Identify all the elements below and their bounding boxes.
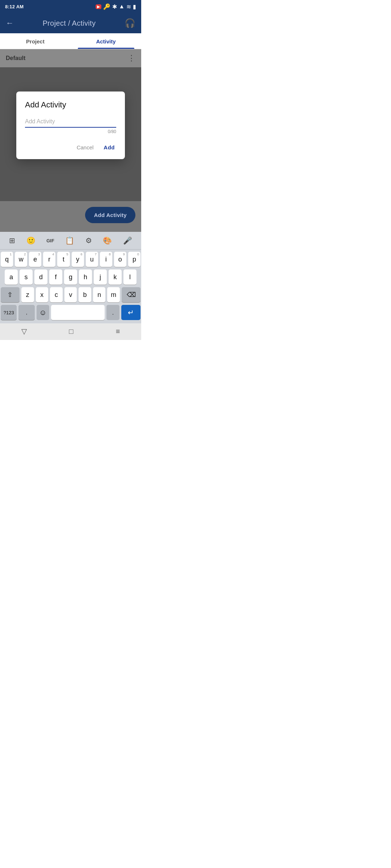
wifi-icon: ≋	[126, 3, 131, 10]
back-button[interactable]: ←	[6, 18, 14, 28]
tab-activity[interactable]: Activity	[71, 33, 141, 49]
status-bar: 8:12 AM ▶ 🔑 ✱ ▲ ≋ ▮	[0, 0, 141, 13]
comma-key[interactable]: ,	[18, 305, 34, 320]
key-r[interactable]: 4r	[43, 252, 55, 267]
app-bar: ← Project / Activity 🎧	[0, 13, 141, 33]
key-q[interactable]: 1q	[1, 252, 13, 267]
key-u[interactable]: 7u	[86, 252, 98, 267]
key-k[interactable]: k	[109, 269, 122, 285]
nav-menu-button[interactable]: ≡	[116, 327, 120, 336]
delete-key[interactable]: ⌫	[122, 287, 140, 302]
key-v[interactable]: v	[64, 287, 77, 302]
key-i[interactable]: 8i	[100, 252, 112, 267]
key-b[interactable]: b	[79, 287, 91, 302]
headset-icon[interactable]: 🎧	[125, 18, 135, 28]
key-e[interactable]: 3e	[29, 252, 41, 267]
key-x[interactable]: x	[36, 287, 49, 302]
content-area: Default ⋮ Add Activity 0/80 Cancel Add	[0, 49, 141, 201]
tab-project[interactable]: Project	[0, 33, 71, 49]
bluetooth-icon: ✱	[112, 3, 117, 10]
nav-home-button[interactable]: □	[69, 327, 73, 336]
add-button[interactable]: Add	[102, 141, 116, 153]
key-w[interactable]: 2w	[15, 252, 27, 267]
space-key[interactable]	[51, 305, 105, 320]
dialog-title: Add Activity	[25, 100, 116, 110]
enter-key[interactable]: ↵	[121, 305, 140, 320]
keyboard-mic-button[interactable]: 🎤	[120, 235, 135, 246]
status-icons: ▶ 🔑 ✱ ▲ ≋ ▮	[96, 3, 136, 10]
shift-key[interactable]: ⇧	[1, 287, 20, 302]
dot-key[interactable]: .	[106, 305, 119, 320]
key-j[interactable]: j	[94, 269, 107, 285]
app-bar-title: Project / Activity	[43, 19, 96, 27]
dialog-input-wrapper	[25, 117, 116, 128]
key-m[interactable]: m	[107, 287, 120, 302]
keyboard-palette-button[interactable]: 🎨	[100, 235, 115, 246]
cancel-button[interactable]: Cancel	[75, 141, 95, 153]
nav-back-button[interactable]: ▽	[21, 327, 27, 336]
key-l[interactable]: l	[123, 269, 136, 285]
keyboard-clipboard-button[interactable]: 📋	[62, 235, 77, 246]
key-y[interactable]: 6y	[72, 252, 84, 267]
keyboard: 1q 2w 3e 4r 5t 6y 7u 8i 9o 0p a s d f g …	[0, 250, 141, 323]
key-o[interactable]: 9o	[114, 252, 126, 267]
nav-bar: ▽ □ ≡	[0, 323, 141, 340]
keyboard-row-2: a s d f g h j k l	[1, 269, 140, 285]
add-activity-fab[interactable]: Add Activity	[85, 207, 135, 223]
key-p[interactable]: 0p	[128, 252, 140, 267]
key-n[interactable]: n	[93, 287, 106, 302]
key-h[interactable]: h	[79, 269, 92, 285]
tab-bar: Project Activity	[0, 33, 141, 49]
keyboard-row-3: ⇧ z x c v b n m ⌫	[1, 287, 140, 302]
key-t[interactable]: 5t	[57, 252, 70, 267]
signal-icon: ▲	[119, 3, 125, 10]
emoji-key[interactable]: ☺	[37, 305, 50, 320]
keyboard-row-1: 1q 2w 3e 4r 5t 6y 7u 8i 9o 0p	[1, 252, 140, 267]
key-g[interactable]: g	[64, 269, 77, 285]
key-f[interactable]: f	[49, 269, 62, 285]
keyboard-sticker-button[interactable]: 🙂	[24, 235, 38, 246]
status-time: 8:12 AM	[5, 4, 24, 9]
key-c[interactable]: c	[50, 287, 63, 302]
activity-input[interactable]	[25, 117, 116, 128]
sym-key[interactable]: ?123	[1, 305, 17, 320]
key-a[interactable]: a	[5, 269, 18, 285]
keyboard-gif-button[interactable]: GIF	[43, 237, 57, 245]
fab-area: Add Activity	[0, 201, 141, 232]
key-d[interactable]: d	[34, 269, 47, 285]
add-activity-dialog: Add Activity 0/80 Cancel Add	[16, 92, 125, 159]
char-count: 0/80	[25, 129, 116, 134]
recording-icon: ▶	[96, 4, 101, 9]
key-z[interactable]: z	[21, 287, 34, 302]
dialog-overlay: Add Activity 0/80 Cancel Add	[0, 49, 141, 201]
keyboard-row-4: ?123 , ☺ . ↵	[1, 305, 140, 320]
dialog-actions: Cancel Add	[25, 140, 116, 153]
key-s[interactable]: s	[20, 269, 33, 285]
battery-icon: ▮	[133, 3, 136, 10]
keyboard-grid-button[interactable]: ⊞	[6, 235, 18, 246]
keyboard-settings-button[interactable]: ⚙	[83, 235, 95, 246]
key-icon: 🔑	[103, 3, 110, 10]
keyboard-toolbar: ⊞ 🙂 GIF 📋 ⚙ 🎨 🎤	[0, 232, 141, 250]
